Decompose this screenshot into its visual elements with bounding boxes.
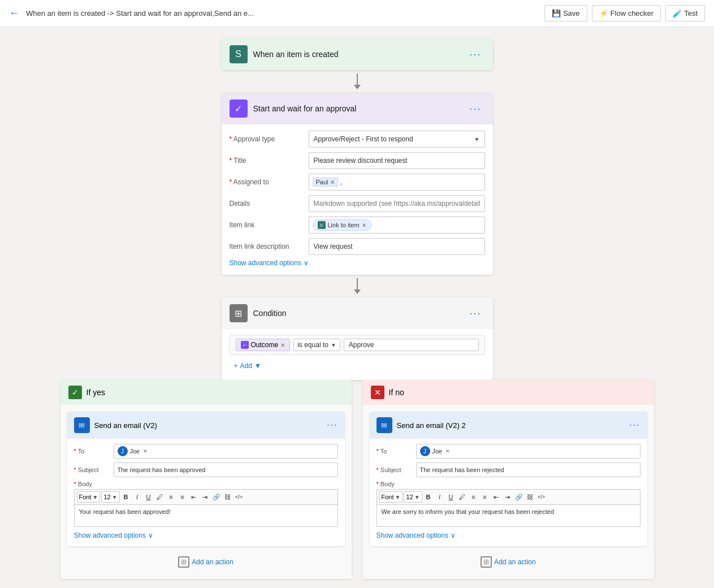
- no-email-header: ✉ Send an email (V2) 2 ···: [370, 412, 647, 439]
- yes-outdent-button[interactable]: ⇤: [189, 492, 199, 502]
- yes-to-field[interactable]: J Joe ✕: [114, 444, 338, 459]
- save-button[interactable]: 💾 Save: [544, 5, 587, 21]
- yes-font-select[interactable]: Font ▼: [77, 491, 101, 503]
- if-no-content: ✉ Send an email (V2) 2 ··· To J Joe ✕: [363, 405, 654, 579]
- yes-email-body: To J Joe ✕ Subject The request has been …: [67, 439, 345, 546]
- no-highlight-button[interactable]: 🖊: [457, 492, 468, 502]
- approval-more-button[interactable]: ···: [466, 102, 484, 116]
- yes-email-more-button[interactable]: ···: [327, 420, 337, 430]
- yes-to-label: To: [74, 448, 114, 455]
- no-link-button[interactable]: 🔗: [514, 492, 524, 502]
- yes-italic-button[interactable]: I: [132, 492, 142, 502]
- yes-email-title: Send an email (V2): [94, 421, 323, 430]
- no-advanced-chevron-icon: ∨: [451, 531, 456, 539]
- no-to-field[interactable]: J Joe ✕: [416, 444, 641, 459]
- yes-link-button[interactable]: 🔗: [211, 492, 222, 502]
- item-link-desc-row: Item link description: [230, 237, 485, 256]
- yes-highlight-button[interactable]: 🖊: [155, 492, 165, 502]
- yes-joe-avatar: J: [118, 446, 128, 456]
- yes-add-action-button[interactable]: ⊞ Add an action: [67, 552, 345, 572]
- assigned-to-label: Assigned to: [230, 178, 309, 186]
- no-body-text[interactable]: We are sorry to inform you that your req…: [377, 504, 641, 527]
- no-ul-button[interactable]: ≡: [469, 492, 479, 502]
- approval-type-row: Approval type Approve/Reject - First to …: [230, 130, 485, 148]
- no-italic-button[interactable]: I: [435, 492, 445, 502]
- yes-email-header: ✉ Send an email (V2) ···: [67, 412, 345, 439]
- condition-row: ✓ Outcome ✕ is equal to ▼: [230, 335, 485, 355]
- item-link-label: Item link: [230, 221, 309, 229]
- test-button[interactable]: 🧪 Test: [665, 5, 705, 21]
- condition-operator-select[interactable]: is equal to ▼: [293, 339, 340, 351]
- no-fontsize-select[interactable]: 12 ▼: [404, 491, 422, 503]
- yes-indent-button[interactable]: ⇥: [200, 492, 210, 502]
- no-to-row: To J Joe ✕: [377, 443, 641, 459]
- if-yes-content: ✉ Send an email (V2) ··· To J Joe ✕: [60, 405, 352, 579]
- paul-tag-close[interactable]: ✕: [330, 179, 335, 185]
- no-email-icon: ✉: [377, 417, 392, 433]
- font-chevron-icon: ▼: [93, 494, 98, 500]
- no-indent-button[interactable]: ⇥: [503, 492, 513, 502]
- no-font-select[interactable]: Font ▼: [379, 491, 403, 503]
- item-link-field[interactable]: S Link to item ✕: [309, 217, 485, 234]
- flow-canvas: S When an item is created ··· ✓ Start an…: [0, 27, 714, 588]
- no-body-label: Body: [377, 481, 416, 487]
- yes-code-button[interactable]: </>: [234, 492, 244, 502]
- yes-body-text[interactable]: Your request has been approved!: [74, 504, 338, 527]
- condition-more-button[interactable]: ···: [466, 306, 484, 321]
- approval-icon: ✓: [230, 100, 248, 118]
- no-unlink-button[interactable]: ⛓: [525, 492, 535, 502]
- yes-fontsize-select[interactable]: 12 ▼: [101, 491, 119, 503]
- trigger-more-button[interactable]: ···: [466, 47, 484, 62]
- no-joe-close[interactable]: ✕: [445, 448, 450, 454]
- add-condition-button[interactable]: + Add ▼: [230, 360, 485, 372]
- yes-underline-button[interactable]: U: [144, 492, 154, 502]
- title-row: Title: [230, 152, 485, 170]
- link-item-icon: S: [318, 221, 326, 229]
- chevron-down-icon: ∨: [304, 259, 309, 267]
- no-subject-field[interactable]: The request has been rejected: [416, 462, 641, 477]
- yes-subject-field[interactable]: The request has been approved: [114, 462, 338, 477]
- no-outdent-button[interactable]: ⇤: [491, 492, 501, 502]
- no-email-title: Send an email (V2) 2: [397, 421, 625, 430]
- condition-body: ✓ Outcome ✕ is equal to ▼ + Add ▼: [222, 329, 493, 380]
- trigger-step: S When an item is created ···: [222, 38, 493, 70]
- no-bold-button[interactable]: B: [423, 492, 434, 502]
- item-link-desc-input[interactable]: [309, 238, 485, 255]
- condition-value-input[interactable]: [344, 339, 479, 351]
- no-joe-avatar: J: [420, 446, 430, 456]
- details-row: Details: [230, 194, 485, 213]
- no-ol-button[interactable]: ≡: [480, 492, 490, 502]
- back-button[interactable]: ←: [9, 7, 19, 19]
- header: ← When an item is created -> Start and w…: [0, 0, 714, 27]
- outcome-token-close[interactable]: ✕: [280, 342, 285, 348]
- yes-ol-button[interactable]: ≡: [178, 492, 188, 502]
- details-input[interactable]: [309, 195, 485, 212]
- no-font-chevron-icon: ▼: [395, 494, 401, 500]
- link-tag-close[interactable]: ✕: [362, 222, 366, 228]
- no-code-button[interactable]: </>: [536, 492, 547, 502]
- yes-show-advanced-button[interactable]: Show advanced options ∨: [74, 531, 338, 539]
- no-show-advanced-button[interactable]: Show advanced options ∨: [377, 531, 641, 539]
- yes-joe-close[interactable]: ✕: [143, 448, 148, 454]
- no-email-more-button[interactable]: ···: [629, 420, 640, 430]
- assigned-to-row: Assigned to Paul ✕ ,: [230, 173, 485, 191]
- flow-checker-button[interactable]: ⚡ Flow checker: [592, 5, 661, 21]
- assigned-to-field[interactable]: Paul ✕ ,: [309, 174, 485, 191]
- no-underline-button[interactable]: U: [446, 492, 456, 502]
- connector-2: [354, 275, 361, 297]
- title-input[interactable]: [309, 152, 485, 169]
- outcome-token: ✓ Outcome ✕: [236, 339, 291, 351]
- yes-add-icon: ⊞: [178, 556, 189, 568]
- yes-icon: ✓: [68, 386, 82, 399]
- yes-email-icon: ✉: [74, 417, 90, 433]
- no-add-action-button[interactable]: ⊞ Add an action: [370, 552, 647, 572]
- yes-body-label: Body: [74, 481, 114, 487]
- save-icon: 💾: [552, 9, 561, 18]
- paul-tag: Paul ✕: [313, 178, 338, 187]
- yes-bold-button[interactable]: B: [121, 492, 131, 502]
- approval-type-select[interactable]: Approve/Reject - First to respond ▼: [309, 131, 485, 148]
- yes-ul-button[interactable]: ≡: [166, 492, 176, 502]
- yes-unlink-button[interactable]: ⛓: [223, 492, 233, 502]
- item-link-row: Item link S Link to item ✕: [230, 216, 485, 234]
- show-advanced-button[interactable]: Show advanced options ∨: [230, 259, 485, 267]
